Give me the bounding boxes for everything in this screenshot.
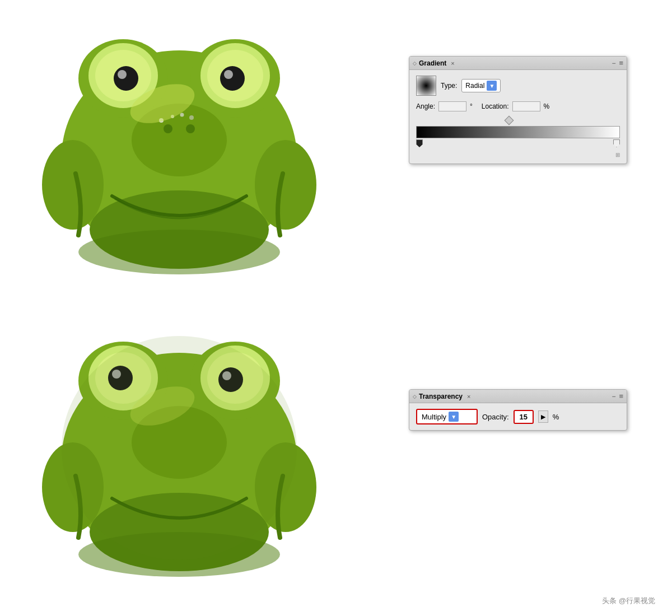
transparency-title: Transparency [419,393,463,400]
transparency-diamond-icon: ◇ [413,394,417,399]
gradient-minimize-button[interactable]: − [612,59,615,67]
svg-point-21 [189,115,194,120]
transparency-panel-controls: − ≡ [612,392,623,400]
opacity-value: 15 [519,413,527,421]
opacity-step-button[interactable]: ▶ [538,410,548,423]
svg-point-6 [255,140,316,230]
frog-bottom [34,314,325,585]
svg-point-4 [78,230,280,274]
blend-mode-value: Multiply [422,413,446,421]
gradient-angle-unit: ° [470,102,473,110]
gradient-type-label: Type: [441,82,457,90]
gradient-title-left: ◇ Gradient × [413,59,455,67]
transparency-controls-row: Multiply ▼ Opacity: 15 ▶ % [416,409,620,424]
gradient-location-input[interactable] [512,101,540,111]
svg-point-12 [118,70,127,79]
gradient-angle-input[interactable] [438,101,466,111]
gradient-dropdown-arrow[interactable]: ▼ [487,81,497,91]
gradient-angle-label: Angle: [416,102,435,110]
svg-point-13 [220,66,245,91]
svg-point-16 [164,124,172,133]
gradient-panel: ◇ Gradient × − ≡ Type: Radial ▼ Angle: °… [409,56,627,164]
transparency-minimize-button[interactable]: − [612,393,615,400]
gradient-diamond-icon: ◇ [413,60,417,66]
gradient-type-value: Radial [465,82,484,90]
svg-point-11 [114,66,138,91]
watermark: 头条 @行果视觉 [602,596,655,606]
blend-mode-select[interactable]: Multiply ▼ [416,409,478,424]
gradient-location-unit: % [544,102,550,110]
gradient-menu-button[interactable]: ≡ [619,59,623,67]
svg-point-14 [224,70,233,79]
gradient-location-label: Location: [482,102,509,110]
gradient-stop-left[interactable] [416,139,423,147]
gradient-type-row: Type: Radial ▼ [416,76,620,96]
transparency-panel: ◇ Transparency × − ≡ Multiply ▼ Opacity:… [409,389,627,431]
transparency-close-button[interactable]: × [467,393,470,400]
transparency-menu-button[interactable]: ≡ [619,392,623,400]
gradient-preview [416,76,436,96]
gradient-panel-controls: − ≡ [612,59,623,67]
gradient-panel-titlebar: ◇ Gradient × − ≡ [409,57,627,70]
blend-mode-dropdown-arrow[interactable]: ▼ [449,412,459,422]
gradient-bar[interactable] [416,126,620,138]
gradient-resize-handle: ⊞ [416,152,620,158]
svg-point-17 [186,124,195,133]
svg-point-5 [42,140,104,230]
gradient-title: Gradient [419,59,446,67]
gradient-panel-content: Type: Radial ▼ Angle: ° Location: % ⊞ [409,70,627,164]
gradient-stops [416,139,620,147]
svg-point-20 [180,113,184,117]
opacity-input[interactable]: 15 [514,410,534,424]
opacity-label: Opacity: [482,413,509,421]
gradient-close-button[interactable]: × [451,60,454,67]
gradient-stop-right[interactable] [613,139,620,147]
gradient-bar-container [416,117,620,147]
frog-top [34,11,325,282]
gradient-angle-location-row: Angle: ° Location: % [416,101,620,111]
opacity-percent-label: % [553,413,559,421]
transparency-panel-content: Multiply ▼ Opacity: 15 ▶ % [409,403,627,430]
svg-point-40 [62,336,297,560]
gradient-midpoint-diamond[interactable] [505,116,514,125]
transparency-panel-titlebar: ◇ Transparency × − ≡ [409,390,627,403]
transparency-title-left: ◇ Transparency × [413,393,470,400]
gradient-type-select[interactable]: Radial ▼ [461,79,501,92]
